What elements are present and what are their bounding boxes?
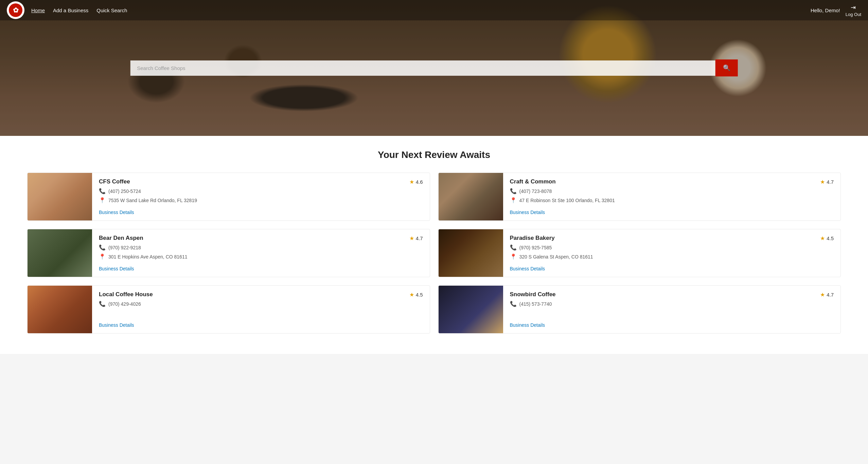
rating-value: 4.5	[416, 292, 423, 298]
business-image	[28, 286, 92, 333]
search-icon: 🔍	[723, 65, 730, 71]
business-card-cfs-coffee: CFS Coffee ★ 4.6 📞 (407) 250-5724 📍 7535…	[27, 173, 430, 221]
business-details-link[interactable]: Business Details	[510, 210, 545, 215]
logout-icon: ⇥	[851, 4, 856, 11]
business-phone: (407) 723-8078	[519, 189, 552, 194]
nav-add-business[interactable]: Add a Business	[53, 7, 88, 13]
star-icon: ★	[409, 291, 414, 298]
business-name: Craft & Common	[510, 178, 556, 185]
location-icon: 📍	[510, 253, 517, 260]
business-image	[439, 286, 503, 333]
phone-row: 📞 (970) 429-4026	[99, 301, 423, 307]
business-address: 7535 W Sand Lake Rd Orlando, FL 32819	[108, 198, 197, 203]
nav-right: Hello, Demo! ⇥ Log Out	[811, 4, 861, 17]
business-info: Craft & Common ★ 4.7 📞 (407) 723-8078 📍 …	[503, 173, 841, 220]
section-title: Your Next Review Awaits	[27, 149, 841, 160]
business-header: Local Coffee House ★ 4.5	[99, 291, 423, 298]
star-icon: ★	[820, 291, 825, 298]
business-card-craft-common: Craft & Common ★ 4.7 📞 (407) 723-8078 📍 …	[438, 173, 841, 221]
business-name: Paradise Bakery	[510, 235, 555, 242]
phone-icon: 📞	[99, 301, 106, 307]
business-image	[439, 229, 503, 277]
logo-icon: ✿	[9, 3, 22, 17]
hero-section: 🔍	[0, 0, 868, 136]
business-header: CFS Coffee ★ 4.6	[99, 178, 423, 185]
rating-value: 4.7	[827, 292, 834, 298]
business-header: Bear Den Aspen ★ 4.7	[99, 235, 423, 242]
phone-row: 📞 (407) 723-8078	[510, 188, 834, 194]
business-phone: (970) 429-4026	[108, 301, 141, 307]
business-card-bear-den: Bear Den Aspen ★ 4.7 📞 (970) 922-9218 📍 …	[27, 229, 430, 277]
business-info: Snowbird Coffee ★ 4.7 📞 (415) 573-7740 B…	[503, 286, 841, 333]
business-details-link[interactable]: Business Details	[510, 266, 545, 271]
business-card-paradise-bakery: Paradise Bakery ★ 4.5 📞 (970) 925-7585 📍…	[438, 229, 841, 277]
phone-icon: 📞	[99, 244, 106, 251]
location-icon: 📍	[99, 197, 106, 203]
business-phone: (970) 925-7585	[519, 245, 552, 250]
business-name: Local Coffee House	[99, 291, 153, 298]
phone-row: 📞 (970) 925-7585	[510, 244, 834, 251]
search-input[interactable]	[130, 60, 715, 76]
business-image	[28, 229, 92, 277]
business-phone: (415) 573-7740	[519, 301, 552, 307]
business-info: Bear Den Aspen ★ 4.7 📞 (970) 922-9218 📍 …	[92, 229, 430, 277]
business-details-link[interactable]: Business Details	[99, 322, 134, 328]
rating-value: 4.6	[416, 179, 423, 185]
address-row: 📍 320 S Galena St Aspen, CO 81611	[510, 253, 834, 260]
business-address: 320 S Galena St Aspen, CO 81611	[519, 254, 593, 260]
business-phone: (407) 250-5724	[108, 189, 141, 194]
business-rating: ★ 4.7	[820, 291, 834, 298]
nav-quick-search[interactable]: Quick Search	[96, 7, 127, 13]
nav-links: Home Add a Business Quick Search	[31, 7, 811, 13]
nav-home[interactable]: Home	[31, 7, 45, 13]
phone-icon: 📞	[510, 301, 517, 307]
address-row: 📍 47 E Robinson St Ste 100 Orlando, FL 3…	[510, 197, 834, 203]
business-rating: ★ 4.7	[820, 179, 834, 185]
star-icon: ★	[409, 179, 414, 185]
address-row: 📍 7535 W Sand Lake Rd Orlando, FL 32819	[99, 197, 423, 203]
phone-row: 📞 (970) 922-9218	[99, 244, 423, 251]
star-icon: ★	[820, 179, 825, 185]
phone-icon: 📞	[510, 244, 517, 251]
rating-value: 4.7	[827, 179, 834, 185]
business-grid: CFS Coffee ★ 4.6 📞 (407) 250-5724 📍 7535…	[27, 173, 841, 334]
business-card-snowbird-coffee: Snowbird Coffee ★ 4.7 📞 (415) 573-7740 B…	[438, 285, 841, 334]
logo[interactable]: ✿	[7, 1, 24, 19]
logout-label: Log Out	[846, 12, 861, 17]
business-address: 301 E Hopkins Ave Aspen, CO 81611	[108, 254, 187, 260]
phone-icon: 📞	[510, 188, 517, 194]
business-header: Paradise Bakery ★ 4.5	[510, 235, 834, 242]
address-row: 📍 301 E Hopkins Ave Aspen, CO 81611	[99, 253, 423, 260]
business-details-link[interactable]: Business Details	[99, 210, 134, 215]
phone-row: 📞 (407) 250-5724	[99, 188, 423, 194]
main-content: Your Next Review Awaits CFS Coffee ★ 4.6…	[0, 136, 868, 354]
star-icon: ★	[820, 235, 825, 242]
business-rating: ★ 4.6	[409, 179, 423, 185]
business-phone: (970) 922-9218	[108, 245, 141, 250]
business-name: CFS Coffee	[99, 178, 130, 185]
business-details-link[interactable]: Business Details	[99, 266, 134, 271]
business-header: Craft & Common ★ 4.7	[510, 178, 834, 185]
location-icon: 📍	[510, 197, 517, 203]
hero-search-container: 🔍	[130, 59, 738, 76]
business-card-local-coffee: Local Coffee House ★ 4.5 📞 (970) 429-402…	[27, 285, 430, 334]
logout-button[interactable]: ⇥ Log Out	[846, 4, 861, 17]
navbar: ✿ Home Add a Business Quick Search Hello…	[0, 0, 868, 20]
rating-value: 4.5	[827, 235, 834, 241]
search-button[interactable]: 🔍	[715, 59, 738, 76]
business-name: Bear Den Aspen	[99, 235, 143, 242]
business-address: 47 E Robinson St Ste 100 Orlando, FL 328…	[519, 198, 615, 203]
business-header: Snowbird Coffee ★ 4.7	[510, 291, 834, 298]
star-icon: ★	[409, 235, 414, 242]
business-info: CFS Coffee ★ 4.6 📞 (407) 250-5724 📍 7535…	[92, 173, 430, 220]
business-rating: ★ 4.5	[820, 235, 834, 242]
business-details-link[interactable]: Business Details	[510, 322, 545, 328]
greeting-text: Hello, Demo!	[811, 7, 840, 13]
business-info: Local Coffee House ★ 4.5 📞 (970) 429-402…	[92, 286, 430, 333]
phone-icon: 📞	[99, 188, 106, 194]
phone-row: 📞 (415) 573-7740	[510, 301, 834, 307]
business-image	[439, 173, 503, 220]
business-rating: ★ 4.5	[409, 291, 423, 298]
rating-value: 4.7	[416, 235, 423, 241]
business-image	[28, 173, 92, 220]
